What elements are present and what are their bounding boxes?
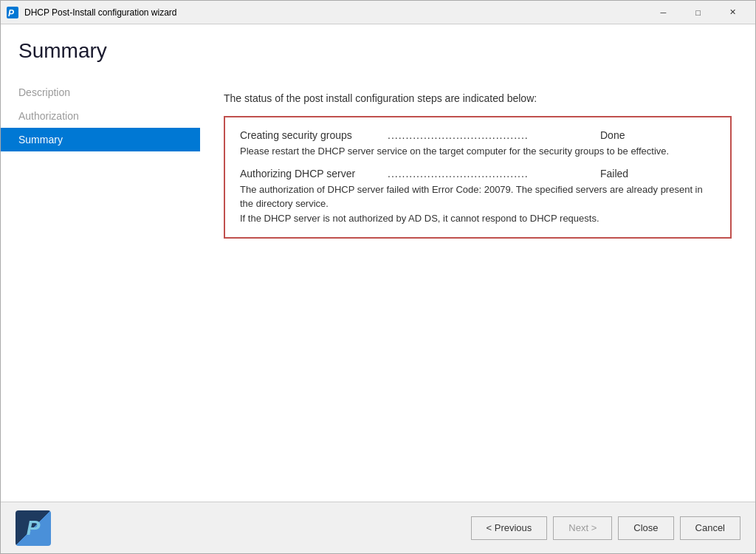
sidebar: Description Authorization Summary: [1, 75, 200, 502]
result-label-dhcp-auth: Authorizing DHCP server: [240, 168, 388, 179]
footer-left: P: [16, 510, 51, 546]
footer: P < Previous Next > Close Cancel: [1, 502, 755, 553]
result-header-security-groups: Creating security groups ...............…: [240, 129, 715, 141]
header-area: Summary: [1, 24, 755, 75]
content-area: Summary Description Authorization Summar…: [1, 24, 755, 502]
result-label-security-groups: Creating security groups: [240, 129, 388, 141]
body-area: Description Authorization Summary The st…: [1, 75, 755, 502]
main-window: P DHCP Post-Install configuration wizard…: [0, 0, 756, 554]
next-button[interactable]: Next >: [553, 516, 612, 540]
page-title: Summary: [18, 39, 738, 63]
close-button[interactable]: Close: [618, 516, 673, 540]
results-box: Creating security groups ...............…: [224, 116, 732, 239]
sidebar-item-authorization[interactable]: Authorization: [1, 104, 200, 128]
result-row-security-groups: Creating security groups ...............…: [240, 129, 715, 159]
result-detail-dhcp-auth: The authorization of DHCP server failed …: [240, 182, 715, 226]
p-logo: P: [16, 510, 51, 546]
result-detail-security-groups: Please restart the DHCP server service o…: [240, 144, 715, 159]
result-status-dhcp-auth: Failed: [600, 168, 645, 179]
result-status-security-groups: Done: [600, 129, 645, 141]
result-dots-security-groups: .......................................: [388, 129, 594, 141]
app-icon: P: [7, 7, 18, 18]
cancel-button[interactable]: Cancel: [680, 516, 740, 540]
status-intro: The status of the post install configura…: [224, 92, 732, 104]
window-controls: ─ □ ✕: [647, 2, 749, 23]
sidebar-item-summary[interactable]: Summary: [1, 128, 200, 151]
result-dots-dhcp-auth: .......................................: [388, 168, 594, 179]
result-header-dhcp-auth: Authorizing DHCP server ................…: [240, 168, 715, 179]
close-window-button[interactable]: ✕: [716, 2, 749, 23]
result-row-dhcp-auth: Authorizing DHCP server ................…: [240, 168, 715, 226]
window-title: DHCP Post-Install configuration wizard: [24, 7, 647, 18]
right-panel: The status of the post install configura…: [200, 75, 755, 502]
svg-text:P: P: [8, 8, 15, 18]
maximize-button[interactable]: □: [681, 2, 715, 23]
minimize-button[interactable]: ─: [647, 2, 680, 23]
sidebar-item-description[interactable]: Description: [1, 81, 200, 104]
titlebar: P DHCP Post-Install configuration wizard…: [1, 1, 755, 24]
previous-button[interactable]: < Previous: [471, 516, 548, 540]
